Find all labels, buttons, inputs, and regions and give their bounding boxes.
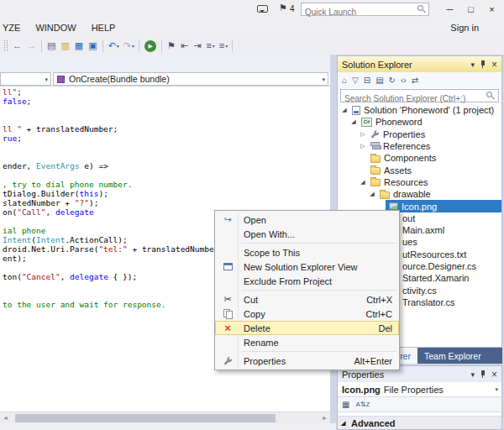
tree-item-drawable[interactable]: ◢drawable xyxy=(338,188,501,200)
navigate-forward-icon[interactable]: → xyxy=(24,41,39,50)
bookmark-icon[interactable]: ⚑ xyxy=(165,41,178,50)
menu-item-copy[interactable]: CopyCtrl+C xyxy=(215,307,399,321)
new-file-icon[interactable]: ▤ xyxy=(45,41,58,50)
panel-title: Solution Explorer xyxy=(342,60,465,70)
menu-item-analyze[interactable]: YZE xyxy=(0,18,28,37)
collapse-all-icon[interactable]: ⊟ xyxy=(364,76,370,85)
horizontal-scrollbar[interactable]: ◄ ► xyxy=(0,412,330,423)
menu-separator xyxy=(241,351,397,352)
quick-launch-input[interactable] xyxy=(302,7,409,18)
menu-item-delete[interactable]: ×DeleteDel xyxy=(215,321,399,335)
menu-item-label: Properties xyxy=(244,356,286,366)
menu-item-window[interactable]: WINDOW xyxy=(28,18,83,37)
tree-item-assets[interactable]: Assets xyxy=(338,164,501,176)
expander-icon[interactable]: ◢ xyxy=(359,179,367,186)
open-file-icon[interactable]: ▥ xyxy=(58,41,71,50)
tree-item-content: drawable xyxy=(376,188,434,200)
sync-active-document-icon[interactable]: ⇄ xyxy=(412,76,418,85)
maximize-button[interactable]: □ xyxy=(460,0,481,18)
window-position-icon[interactable]: ▾ xyxy=(470,370,475,379)
menu-item-help[interactable]: HELP xyxy=(84,18,123,37)
folder-icon xyxy=(370,167,381,175)
expander-icon[interactable]: ▷ xyxy=(359,131,367,138)
properties-toolbar: ▦ A⇅Z xyxy=(338,397,501,412)
standard-toolbar: ←→▤▥▦▣↶▾↷▾▶⚑⇤⇥≡▾≡▾ xyxy=(0,37,504,55)
start-debug-icon[interactable]: ▶ xyxy=(144,40,156,52)
tab-team-explorer[interactable]: Team Explorer xyxy=(417,348,488,364)
tree-item-references[interactable]: ▷References xyxy=(338,140,501,152)
expander-icon[interactable]: ◢ xyxy=(368,191,376,197)
quick-launch-box[interactable] xyxy=(301,3,429,16)
expander-icon[interactable]: ◢ xyxy=(349,118,358,125)
alphabetical-sort-icon[interactable]: A⇅Z xyxy=(355,401,370,408)
expander-icon[interactable]: ▷ xyxy=(359,143,367,149)
window-position-icon[interactable]: ▾ xyxy=(470,60,475,69)
toolbar-separator xyxy=(139,40,139,52)
tree-item-properties[interactable]: ▷Properties xyxy=(338,128,501,140)
menu-item-rename[interactable]: Rename xyxy=(215,335,399,349)
redo-icon-caret[interactable]: ▾ xyxy=(132,43,134,49)
menu-item-exclude-from-project[interactable]: Exclude From Project xyxy=(215,274,399,288)
properties-category-advanced[interactable]: ◢ Advanced xyxy=(338,416,501,429)
folder-icon xyxy=(370,179,381,186)
bottom-strip xyxy=(0,423,336,430)
view-code-icon[interactable]: ‹› xyxy=(401,76,407,85)
close-button[interactable]: × xyxy=(481,0,502,18)
categorized-icon[interactable]: ▦ xyxy=(342,400,349,409)
types-dropdown[interactable]: ▾ xyxy=(0,72,51,86)
undo-icon-caret[interactable]: ▾ xyxy=(117,43,119,49)
prev-bookmark-icon[interactable]: ⇤ xyxy=(178,41,191,50)
pin-icon[interactable] xyxy=(480,370,486,379)
tree-item-content: Solution 'Phoneword' (1 project) xyxy=(349,104,497,116)
save-all-icon[interactable]: ▣ xyxy=(86,41,99,50)
toolbar-separator xyxy=(161,40,162,52)
notifications-flag-icon[interactable]: ⚑ xyxy=(279,3,287,13)
tree-item-content: Properties xyxy=(367,128,428,140)
close-icon[interactable]: × xyxy=(491,59,497,71)
toolbar-separator xyxy=(41,40,42,52)
tree-item-content: C#Phoneword xyxy=(358,116,426,128)
scroll-left-icon[interactable]: ◄ xyxy=(3,415,8,421)
code-line: tDialog.Builder(this); xyxy=(3,189,328,198)
minimize-button[interactable]: ─ xyxy=(439,0,460,18)
solution-search-input[interactable] xyxy=(341,93,475,104)
menu-item-scope-to-this[interactable]: Scope to This xyxy=(215,245,399,260)
code-line xyxy=(3,143,328,152)
menu-item-new-solution-explorer-view[interactable]: New Solution Explorer View xyxy=(215,260,399,274)
show-all-files-icon[interactable]: ▤ xyxy=(375,76,383,85)
pin-icon[interactable] xyxy=(480,60,486,69)
members-dropdown[interactable]: OnCreate(Bundle bundle) ▾ xyxy=(53,72,328,86)
properties-object-dropdown[interactable]: Icon.png File Properties ▾ xyxy=(338,382,501,397)
comment-icon-caret[interactable]: ▾ xyxy=(213,43,215,49)
feedback-icon[interactable] xyxy=(257,5,268,13)
tree-item-solution-phoneword-1-project[interactable]: ◢Solution 'Phoneword' (1 project) xyxy=(338,104,501,116)
sign-in-link[interactable]: Sign in xyxy=(450,23,479,33)
solution-search-box[interactable] xyxy=(340,89,499,102)
menu-item-open[interactable]: ↪Open xyxy=(215,212,399,227)
home-icon[interactable]: ⌂ xyxy=(342,76,347,85)
scrollbar-thumb[interactable] xyxy=(15,414,276,422)
navigate-back-icon[interactable]: ← xyxy=(10,41,24,50)
scroll-right-icon[interactable]: ► xyxy=(322,415,328,421)
toolbar-separator xyxy=(102,40,103,52)
toolbar-separator xyxy=(232,40,233,52)
tree-item-components[interactable]: Components xyxy=(338,152,501,164)
menu-item-properties[interactable]: PropertiesAlt+Enter xyxy=(215,354,399,368)
close-icon[interactable]: × xyxy=(491,369,497,380)
chevron-down-icon: ▾ xyxy=(495,386,498,393)
tree-item-phoneword[interactable]: ◢C#Phoneword xyxy=(338,116,501,128)
indent-icon-caret[interactable]: ▾ xyxy=(225,43,228,49)
save-icon[interactable]: ▦ xyxy=(72,41,86,50)
solution-icon xyxy=(352,106,360,115)
project-icon: C# xyxy=(361,118,372,127)
tree-item-label: Phoneword xyxy=(375,117,423,127)
menu-item-open-with[interactable]: Open With... xyxy=(215,227,399,241)
refresh-icon[interactable]: ↻ xyxy=(389,76,396,85)
tree-item-resources[interactable]: ◢Resources xyxy=(338,176,501,188)
next-bookmark-icon[interactable]: ⇥ xyxy=(191,41,203,50)
tree-item-content: References xyxy=(367,140,433,152)
menu-item-cut[interactable]: ✂CutCtrl+X xyxy=(215,292,399,307)
expander-icon[interactable]: ◢ xyxy=(340,107,349,113)
members-dropdown-value: OnCreate(Bundle bundle) xyxy=(69,74,170,84)
filter-icon[interactable]: ▽ xyxy=(352,76,359,85)
